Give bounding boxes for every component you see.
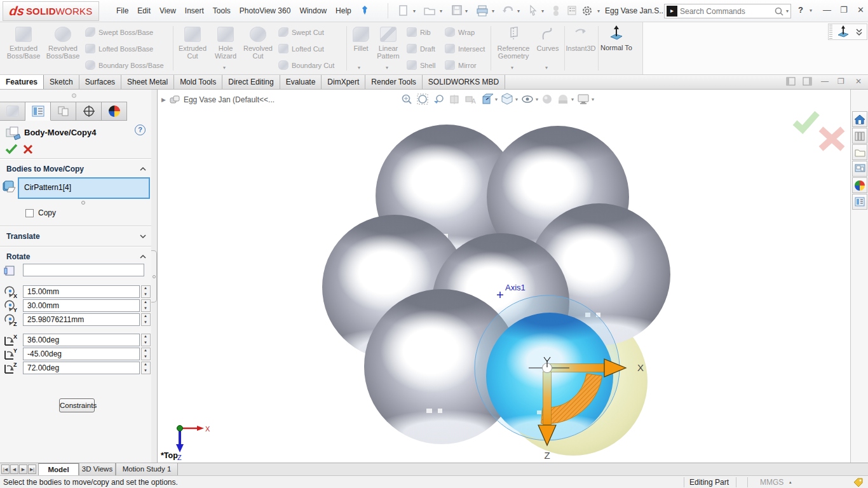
save-caret[interactable]: ▾ (465, 8, 468, 14)
units-caret[interactable]: ▴ (789, 480, 792, 485)
ribbon-hole-wizard[interactable]: Hole Wizard (210, 25, 241, 60)
ribbon-curves[interactable]: Curves (534, 25, 562, 52)
bodies-selection-box[interactable]: CirPattern1[4] (18, 177, 150, 199)
ribbon-fillet[interactable]: Fillet (348, 25, 374, 52)
tab-mold-tools[interactable]: Mold Tools (174, 75, 222, 89)
help-button[interactable]: ? (798, 5, 803, 15)
doc-restore-button[interactable]: ❐ (837, 77, 844, 86)
expand-chevron-icon[interactable] (140, 234, 146, 239)
angle-z-field[interactable]: 72.00deg (23, 362, 140, 374)
rotate-reference-field[interactable] (23, 264, 144, 276)
bodies-section-header[interactable]: Bodies to Move/Copy (6, 165, 84, 173)
displaymanager-tab[interactable] (102, 102, 127, 121)
tag-icon[interactable] (853, 477, 864, 487)
angle-x-spinner[interactable] (141, 334, 151, 346)
z-arrow-shaft[interactable] (543, 372, 552, 425)
tab-evaluate[interactable]: Evaluate (280, 75, 322, 89)
save-icon[interactable] (451, 4, 464, 17)
confirm-ok-mark[interactable] (795, 113, 817, 130)
units-label[interactable]: MMGS (760, 478, 783, 487)
undo-icon[interactable] (502, 4, 515, 17)
open-folder-icon[interactable] (423, 4, 436, 17)
options-list-icon[interactable] (567, 4, 580, 17)
ok-button[interactable] (5, 143, 18, 154)
ribbon-mirror[interactable]: Mirror (445, 60, 477, 70)
select-caret[interactable]: ▾ (541, 8, 544, 14)
ribbon-boundary-boss[interactable]: Boundary Boss/Base (85, 60, 164, 70)
menu-insert[interactable]: Insert (180, 6, 208, 15)
doc-close-button[interactable]: ✕ (855, 77, 862, 86)
rewind-button[interactable]: |◀ (1, 464, 10, 474)
rotate-z-spinner[interactable] (141, 313, 151, 326)
undo-caret[interactable]: ▾ (517, 8, 520, 14)
search-icon[interactable] (774, 6, 784, 17)
ribbon-intersect[interactable]: Intersect (445, 44, 485, 53)
normal-to-icon[interactable] (836, 25, 850, 39)
gear-caret[interactable]: ▾ (597, 8, 600, 14)
ribbon-draft[interactable]: Draft (407, 44, 435, 53)
selection-item[interactable]: CirPattern1[4] (24, 183, 71, 192)
rotate-x-field[interactable]: 15.00mm (23, 285, 140, 298)
help-icon[interactable]: ? (135, 125, 146, 135)
ribbon-swept-cut[interactable]: Swept Cut (278, 27, 324, 37)
graphics-viewport[interactable]: ▶ Egg Vase Jan (Default<<... A ▾ ▾ ▾ ▾ ▾ (158, 90, 850, 463)
tab-surfaces[interactable]: Surfaces (79, 75, 121, 89)
tab-render-tools[interactable]: Render Tools (365, 75, 423, 89)
tab-features[interactable]: Features (0, 75, 44, 89)
ribbon-shell[interactable]: Shell (407, 60, 435, 70)
rebuild-icon[interactable] (552, 4, 564, 17)
pin-icon[interactable] (360, 4, 372, 17)
ribbon-reference-geometry[interactable]: Reference Geometry (493, 25, 534, 60)
menu-help[interactable]: Help (331, 6, 356, 15)
collapse-chevron-icon[interactable] (140, 166, 146, 172)
dimxpertmanager-tab[interactable] (76, 102, 102, 121)
rotate-z-field[interactable]: 25.98076211mm (23, 313, 140, 326)
constraints-button[interactable]: Constraints (59, 398, 95, 412)
angle-y-field[interactable]: -45.00deg (23, 348, 140, 360)
custom-properties-button[interactable] (852, 194, 867, 210)
drag-handle[interactable] (829, 25, 832, 39)
ribbon-revolved-boss[interactable]: Revolved Boss/Base (44, 25, 81, 60)
menu-view[interactable]: View (155, 6, 180, 15)
tab-direct-editing[interactable]: Direct Editing (222, 75, 280, 89)
pane-right-icon[interactable] (803, 77, 813, 86)
select-cursor-icon[interactable] (527, 4, 540, 17)
ribbon-extruded-cut[interactable]: Extruded Cut (175, 25, 210, 60)
tab-dimxpert[interactable]: DimXpert (322, 75, 365, 89)
menu-photoview[interactable]: PhotoView 360 (235, 6, 295, 15)
chevron-expand-icon[interactable] (855, 27, 863, 36)
panel-splitter[interactable] (151, 90, 158, 463)
angle-z-spinner[interactable] (141, 362, 151, 374)
doc-minimize-button[interactable]: — (821, 77, 829, 86)
menu-file[interactable]: File (112, 6, 133, 15)
resize-handle[interactable] (81, 201, 85, 205)
next-button[interactable]: ▶ (19, 464, 27, 474)
featuremanager-tab[interactable] (0, 102, 25, 121)
pane-left-icon[interactable] (786, 77, 796, 86)
rotate-y-spinner[interactable] (141, 299, 151, 312)
close-button[interactable]: ✕ (857, 5, 864, 15)
ribbon-wrap[interactable]: Wrap (445, 27, 475, 37)
ribbon-swept-boss[interactable]: Swept Boss/Base (85, 27, 153, 37)
help-caret[interactable]: ▾ (810, 8, 812, 13)
design-library-button[interactable] (852, 128, 867, 144)
panel-splitter-handle[interactable] (72, 93, 76, 98)
forward-button[interactable]: ▶| (28, 464, 36, 474)
ribbon-boundary-cut[interactable]: Boundary Cut (278, 60, 334, 70)
home-tab-button[interactable] (852, 111, 867, 127)
angle-y-spinner[interactable] (141, 348, 151, 360)
ribbon-revolved-cut[interactable]: Revolved Cut (241, 25, 275, 60)
ribbon-normal-to[interactable]: Normal To (600, 25, 633, 51)
open-caret[interactable]: ▾ (440, 8, 442, 14)
ribbon-lofted-cut[interactable]: Lofted Cut (278, 44, 324, 53)
prev-button[interactable]: ◀ (10, 464, 18, 474)
model-tab[interactable]: Model (38, 463, 79, 475)
appearances-button[interactable] (852, 177, 867, 193)
tab-sketch[interactable]: Sketch (44, 75, 79, 89)
ribbon-lofted-boss[interactable]: Lofted Boss/Base (85, 44, 153, 53)
angle-x-field[interactable]: 36.00deg (23, 334, 140, 346)
rotate-section-header[interactable]: Rotate (6, 252, 30, 261)
configurationmanager-tab[interactable] (51, 102, 76, 121)
rotate-y-field[interactable]: 30.00mm (23, 299, 140, 312)
minimize-button[interactable]: — (823, 5, 831, 15)
